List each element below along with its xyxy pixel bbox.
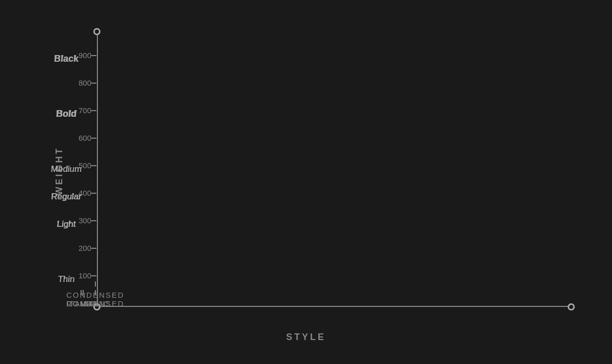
- label-condensed-italic-light: Light: [57, 219, 76, 229]
- y-tick-700: 700: [94, 106, 571, 115]
- y-tick-line-600: [91, 138, 96, 139]
- y-tick-label-800: 800: [73, 79, 91, 87]
- label-condensed-italic-bold: Bold: [56, 109, 76, 120]
- y-tick-line-100: [91, 275, 96, 276]
- y-tick-label-600: 600: [73, 134, 91, 142]
- y-tick-100: 100: [94, 271, 571, 280]
- y-tick-line-800: [91, 83, 96, 84]
- x-axis-label: STYLE: [286, 332, 326, 343]
- y-tick-line-400: [91, 193, 96, 194]
- y-tick-line-900: [91, 55, 96, 56]
- x-tick-line-condensed-italic: [95, 281, 96, 287]
- label-italic-black: Black: [54, 54, 79, 65]
- y-tick-label-300: 300: [73, 216, 91, 225]
- y-tick-line-200: [91, 248, 96, 249]
- y-tick-300: 300: [94, 216, 571, 225]
- label-condensed-italic-regular: Regular: [51, 192, 82, 202]
- x-tick-condensed-italic: CONDENSEDITALIC: [66, 281, 124, 308]
- chart-area: 900 800 700 600 500 400 300: [66, 32, 571, 307]
- y-tick-600: 600: [94, 134, 571, 142]
- y-tick-800: 800: [94, 79, 571, 87]
- y-tick-500: 500: [94, 161, 571, 170]
- x-axis-line: [97, 306, 571, 307]
- y-tick-400: 400: [94, 189, 571, 197]
- label-italic-medium: Medium: [51, 164, 82, 174]
- chart-container: WEIGHT STYLE 900 800 700 600: [26, 16, 586, 348]
- x-tick-label-condensed-italic: CONDENSEDITALIC: [66, 291, 124, 308]
- y-tick-200: 200: [94, 244, 571, 252]
- label-italic-thin: Thin: [58, 274, 74, 284]
- y-tick-line-700: [91, 110, 96, 111]
- y-tick-label-100: 100: [73, 271, 91, 280]
- dot-top: [93, 28, 100, 35]
- y-tick-line-500: [91, 165, 96, 166]
- y-tick-900: 900: [94, 51, 571, 60]
- dot-bottom-right: [568, 303, 575, 310]
- y-tick-label-200: 200: [73, 244, 91, 252]
- y-tick-line-300: [91, 220, 96, 221]
